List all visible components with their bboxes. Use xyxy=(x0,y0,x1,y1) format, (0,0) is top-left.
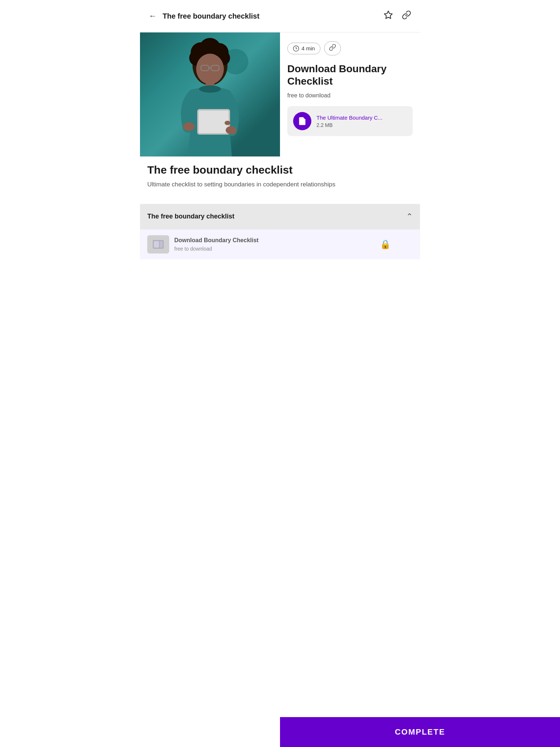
favorite-button[interactable] xyxy=(382,9,394,23)
accordion-item-subtitle: free to download xyxy=(174,246,408,252)
accordion-header[interactable]: The free boundary checklist ⌃ xyxy=(140,204,420,229)
content-title: The free boundary checklist xyxy=(147,164,413,176)
duration-badge: 4 min xyxy=(287,43,320,54)
chevron-up-icon: ⌃ xyxy=(406,212,413,221)
svg-point-16 xyxy=(183,122,195,131)
svg-rect-15 xyxy=(199,111,229,133)
hero-right: 4 min Download Boundary Checklist free t… xyxy=(280,32,420,156)
content-section: The free boundary checklist Ultimate che… xyxy=(140,156,420,204)
svg-point-8 xyxy=(196,54,224,84)
lock-icon: 🔒 xyxy=(380,239,391,249)
thumbnail-icon xyxy=(153,240,164,249)
back-button[interactable]: ← xyxy=(147,10,158,22)
star-icon xyxy=(384,10,393,20)
hero-subtitle: free to download xyxy=(287,92,413,99)
share-icon xyxy=(402,10,411,20)
hero-section: 4 min Download Boundary Checklist free t… xyxy=(140,32,420,156)
accordion-item-info: Download Boundary Checklist free to down… xyxy=(174,237,408,252)
document-icon xyxy=(298,116,307,126)
file-info: The Ultimate Boundary C... 2.2 MB xyxy=(316,115,407,128)
svg-point-13 xyxy=(199,85,221,93)
hero-image-placeholder xyxy=(140,32,280,156)
svg-point-18 xyxy=(225,121,230,125)
file-card[interactable]: The Ultimate Boundary C... 2.2 MB xyxy=(287,106,413,136)
header-actions xyxy=(382,9,413,23)
file-icon xyxy=(293,112,311,130)
accordion-item[interactable]: Download Boundary Checklist free to down… xyxy=(147,235,413,253)
accordion-item-thumb xyxy=(147,235,169,253)
accordion-title: The free boundary checklist xyxy=(147,213,234,220)
accordion-item-title: Download Boundary Checklist xyxy=(174,237,408,244)
person-illustration xyxy=(168,32,252,156)
svg-marker-0 xyxy=(384,11,392,19)
svg-rect-21 xyxy=(154,241,159,248)
file-name: The Ultimate Boundary C... xyxy=(316,115,407,121)
file-size: 2.2 MB xyxy=(316,122,407,128)
header-title: The free boundary checklist xyxy=(163,12,260,20)
accordion-content: Download Boundary Checklist free to down… xyxy=(140,229,420,259)
share-button[interactable] xyxy=(400,9,413,23)
svg-rect-22 xyxy=(160,241,163,248)
accordion: The free boundary checklist ⌃ Download B… xyxy=(140,204,420,259)
header: ← The free boundary checklist xyxy=(140,0,420,32)
bottom-spacer xyxy=(140,260,420,297)
hero-heading: Download Boundary Checklist xyxy=(287,63,413,87)
link-badge[interactable] xyxy=(324,41,341,55)
svg-point-17 xyxy=(226,126,237,134)
hero-image xyxy=(140,32,280,156)
header-back: ← The free boundary checklist xyxy=(147,10,382,22)
meta-row: 4 min xyxy=(287,41,413,55)
clock-icon xyxy=(293,45,299,52)
content-description: Ultimate checklist to setting boundaries… xyxy=(147,180,413,189)
link-icon xyxy=(329,44,336,51)
